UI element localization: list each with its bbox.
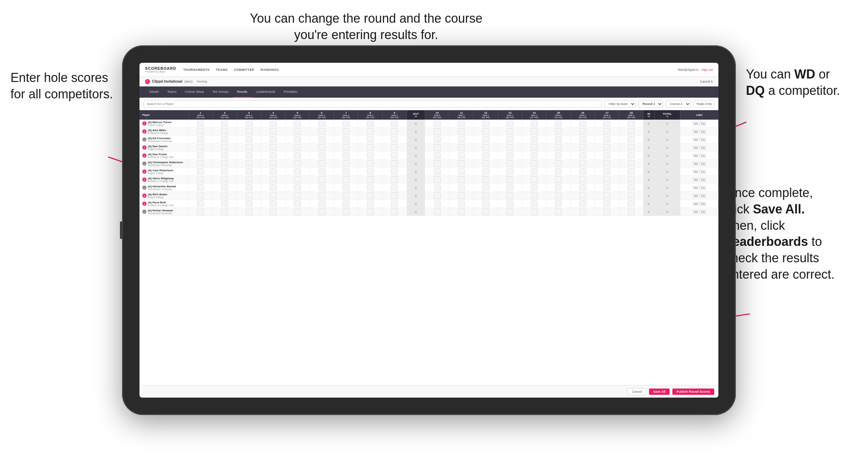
score-input[interactable] — [603, 136, 610, 143]
score-input[interactable] — [434, 136, 441, 143]
wd-button[interactable]: WD — [693, 202, 700, 206]
score-input[interactable] — [270, 168, 277, 175]
score-input[interactable] — [628, 168, 635, 175]
score-input[interactable] — [270, 152, 277, 159]
score-input[interactable] — [628, 176, 635, 183]
dq-button[interactable]: DQ — [700, 170, 707, 174]
score-input[interactable] — [221, 193, 228, 199]
dq-button[interactable]: DQ — [700, 154, 707, 158]
score-input[interactable] — [458, 209, 465, 215]
score-input[interactable] — [221, 184, 228, 191]
score-input[interactable] — [367, 201, 374, 207]
save-all-button[interactable]: Save All — [649, 389, 670, 395]
score-input[interactable] — [628, 160, 635, 167]
score-input[interactable] — [628, 201, 635, 207]
score-input[interactable] — [555, 128, 562, 135]
wd-button[interactable]: WD — [693, 210, 700, 214]
score-input[interactable] — [391, 160, 398, 167]
score-input[interactable] — [579, 120, 586, 127]
score-input[interactable] — [531, 136, 538, 143]
publish-button[interactable]: Publish Round Scores — [672, 389, 714, 395]
score-input[interactable] — [531, 168, 538, 175]
score-input[interactable] — [482, 176, 489, 183]
score-input[interactable] — [555, 209, 562, 215]
score-input[interactable] — [434, 128, 441, 135]
score-input[interactable] — [482, 209, 489, 215]
score-input[interactable] — [367, 209, 374, 215]
tab-printables[interactable]: Printables — [279, 86, 302, 98]
dq-button[interactable]: DQ — [700, 186, 707, 190]
score-input[interactable] — [603, 184, 610, 191]
score-input[interactable] — [434, 160, 441, 167]
score-input[interactable] — [318, 128, 325, 135]
score-input[interactable] — [628, 193, 635, 199]
score-input[interactable] — [318, 152, 325, 159]
tab-tee-groups[interactable]: Tee Groups — [208, 86, 233, 98]
score-input[interactable] — [221, 160, 228, 167]
score-input[interactable] — [270, 160, 277, 167]
score-input[interactable] — [342, 209, 349, 215]
score-input[interactable] — [434, 144, 441, 151]
score-input[interactable] — [555, 152, 562, 159]
score-input[interactable] — [342, 152, 349, 159]
wd-button[interactable]: WD — [693, 186, 700, 190]
score-input[interactable] — [197, 152, 204, 159]
score-input[interactable] — [221, 128, 228, 135]
score-input[interactable] — [531, 184, 538, 191]
score-input[interactable] — [628, 144, 635, 151]
score-input[interactable] — [531, 201, 538, 207]
score-input[interactable] — [342, 193, 349, 199]
score-input[interactable] — [246, 201, 252, 207]
score-input[interactable] — [318, 209, 325, 215]
score-input[interactable] — [367, 184, 374, 191]
score-input[interactable] — [270, 193, 277, 199]
score-input[interactable] — [603, 209, 610, 215]
score-input[interactable] — [197, 136, 204, 143]
score-input[interactable] — [555, 201, 562, 207]
score-input[interactable] — [458, 128, 465, 135]
hosting-cancel-btn[interactable]: Cancel X — [700, 80, 713, 83]
score-input[interactable] — [506, 128, 513, 135]
wd-button[interactable]: WD — [693, 146, 700, 150]
score-input[interactable] — [197, 193, 204, 199]
score-input[interactable] — [342, 128, 349, 135]
score-input[interactable] — [197, 184, 204, 191]
score-input[interactable] — [391, 176, 398, 183]
score-input[interactable] — [603, 193, 610, 199]
score-input[interactable] — [603, 160, 610, 167]
score-input[interactable] — [482, 168, 489, 175]
score-input[interactable] — [482, 201, 489, 207]
dq-button[interactable]: DQ — [700, 146, 707, 150]
score-input[interactable] — [482, 120, 489, 127]
round-select[interactable]: Round 1 — [639, 100, 663, 108]
score-input[interactable] — [579, 193, 586, 199]
score-input[interactable] — [342, 176, 349, 183]
score-input[interactable] — [458, 136, 465, 143]
cancel-button[interactable]: Cancel — [627, 388, 646, 395]
score-input[interactable] — [270, 144, 277, 151]
score-input[interactable] — [342, 160, 349, 167]
nav-tournaments[interactable]: TOURNAMENTS — [183, 68, 209, 71]
score-input[interactable] — [506, 152, 513, 159]
score-input[interactable] — [458, 176, 465, 183]
score-input[interactable] — [434, 120, 441, 127]
score-input[interactable] — [579, 144, 586, 151]
score-input[interactable] — [603, 168, 610, 175]
score-input[interactable] — [318, 201, 325, 207]
score-input[interactable] — [342, 120, 349, 127]
dq-button[interactable]: DQ — [700, 202, 707, 206]
score-input[interactable] — [294, 160, 301, 167]
score-input[interactable] — [506, 160, 513, 167]
score-input[interactable] — [294, 176, 301, 183]
score-input[interactable] — [197, 128, 204, 135]
score-input[interactable] — [391, 152, 398, 159]
score-input[interactable] — [506, 201, 513, 207]
totals-only-toggle[interactable]: Totals Only — [694, 100, 714, 108]
score-input[interactable] — [555, 136, 562, 143]
score-input[interactable] — [434, 168, 441, 175]
score-input[interactable] — [221, 168, 228, 175]
wd-button[interactable]: WD — [693, 178, 700, 182]
dq-button[interactable]: DQ — [700, 130, 707, 134]
score-input[interactable] — [603, 144, 610, 151]
dq-button[interactable]: DQ — [700, 194, 707, 198]
